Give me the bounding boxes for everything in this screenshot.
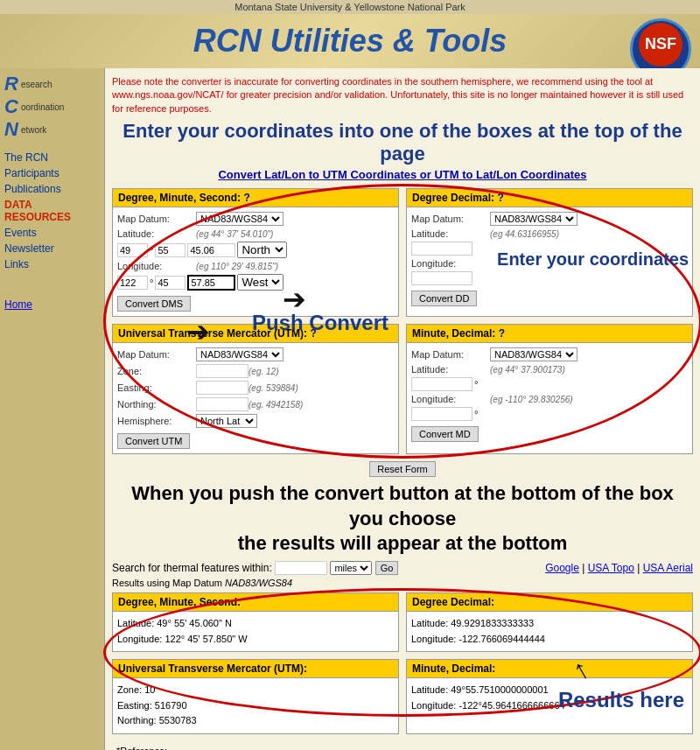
dms-lon-hint-row: Longitude: (eg 110° 29' 49.815") (117, 261, 394, 271)
dms-datum-row: Map Datum: NAD83/WGS84 (117, 212, 394, 226)
utm-hemisphere-select[interactable]: North LatSouth Lat (196, 414, 257, 428)
utm-easting-row: Easting: (eg. 539884) (117, 381, 394, 395)
dms-lon-deg-input[interactable] (117, 276, 148, 290)
dd-datum-select[interactable]: NAD83/WGS84 (490, 212, 578, 226)
dms-lat-label: Latitude: (117, 228, 196, 239)
dms-lon-label: Longitude: (117, 261, 196, 271)
utm-help-icon[interactable]: ? (310, 327, 316, 340)
dd-lat-hint-row: Latitude: (eg 44.63166955) (411, 228, 688, 239)
sidebar-item-data-resources[interactable]: DATARESOURCES (4, 197, 100, 225)
utm-northing-row: Northing: (eg. 4942158) (117, 397, 394, 411)
usa-aerial-link[interactable]: USA Aerial (643, 562, 693, 574)
dms-datum-label: Map Datum: (117, 214, 196, 224)
google-map-link[interactable]: Google (545, 562, 579, 574)
result-utm-northing: Northing: 5530783 (117, 713, 394, 729)
sidebar-item-publications[interactable]: Publications (4, 181, 100, 197)
dd-lat-label: Latitude: (411, 228, 490, 239)
annotation-enter-top: Enter your coordinates into one of the b… (112, 120, 693, 165)
results-datum-value: NAD83/WGS84 (225, 578, 292, 588)
dd-body: Map Datum: NAD83/WGS84 Latitude: (eg 44.… (407, 207, 692, 311)
utm-zone-hint: (eg. 12) (248, 367, 278, 376)
montana-text: Montana State University & Yellowstone N… (234, 2, 466, 12)
convert-md-button[interactable]: Convert MD (411, 426, 479, 442)
utm-datum-label: Map Datum: (117, 349, 196, 360)
sidebar-item-home[interactable]: Home (4, 298, 32, 311)
thermal-search-input[interactable] (275, 561, 327, 575)
dms-lon-dir-select[interactable]: WestEast (237, 274, 284, 291)
dms-lat-hint-row: Latitude: (eg 44° 37' 54.010") (117, 228, 394, 239)
usa-topo-link[interactable]: USA Topo (588, 562, 634, 574)
utm-easting-label: Easting: (117, 382, 196, 393)
rcn-network: etwork (21, 125, 46, 135)
sidebar-item-events[interactable]: Events (4, 225, 100, 241)
dd-datum-label: Map Datum: (411, 214, 490, 224)
utm-hemisphere-label: Hemisphere: (117, 416, 196, 426)
sidebar-item-links[interactable]: Links (4, 256, 100, 272)
reset-button[interactable]: Reset Form (369, 461, 435, 477)
dd-lon-label: Longitude: (411, 258, 490, 269)
md-box: Minute, Decimal: ? Map Datum: NAD83/WGS8… (406, 324, 693, 454)
md-lat-input[interactable] (411, 377, 472, 391)
dd-datum-row: Map Datum: NAD83/WGS84 (411, 212, 688, 226)
thermal-search-section: Search for thermal features within: mile… (112, 561, 398, 575)
convert-dms-button[interactable]: Convert DMS (117, 296, 191, 312)
md-header-text: Minute, Decimal: (412, 327, 495, 340)
result-dd-body: Latitude: 49.9291833333333 Longitude: -1… (407, 612, 692, 651)
utm-datum-select[interactable]: NAD83/WGS84 (196, 347, 284, 361)
map-links-section: Google | USA Topo | USA Aerial (545, 562, 693, 574)
md-lon-input[interactable] (411, 407, 472, 421)
dms-header-text: Degree, Minute, Second: (118, 192, 241, 204)
utm-header: Universal Transverse Mercator (UTM): ? (113, 325, 398, 343)
result-dms-header-text: Degree, Minute, Second: (118, 596, 241, 608)
dms-help-icon[interactable]: ? (243, 192, 249, 204)
thermal-go-button[interactable]: Go (375, 561, 399, 575)
utm-northing-input[interactable] (196, 397, 248, 411)
result-md-box: Minute, Decimal: Latitude: 49°55.7510000… (406, 659, 693, 734)
dms-lat-deg-input[interactable] (117, 243, 148, 257)
result-utm-box: Universal Transverse Mercator (UTM): Zon… (112, 659, 399, 734)
reference-section: *Reference: Dutch, S. "Converting UTM to… (112, 741, 693, 750)
dms-lon-min-input[interactable] (155, 276, 186, 290)
dd-lat-input[interactable] (411, 242, 472, 256)
result-dd-header-text: Degree Decimal: (412, 596, 494, 608)
utm-zone-input[interactable] (196, 364, 248, 378)
sidebar-item-newsletter[interactable]: Newsletter (4, 241, 100, 256)
md-lat-hint: (eg 44° 37.900173) (490, 365, 565, 375)
convert-dd-button[interactable]: Convert DD (411, 291, 477, 306)
dd-box: Degree Decimal: ? Map Datum: NAD83/WGS84… (406, 188, 693, 317)
sidebar: R esearch C oordination N etwork The RCN… (0, 68, 105, 750)
dd-header-text: Degree Decimal: (412, 192, 494, 204)
result-md-header-text: Minute, Decimal: (412, 662, 495, 675)
converter-section: Enter your coordinates ➔ Push Convert ➔ … (112, 188, 693, 454)
md-help-icon[interactable]: ? (499, 327, 505, 340)
convert-utm-button[interactable]: Convert UTM (117, 433, 190, 449)
utm-northing-label: Northing: (117, 399, 196, 410)
annotation-when: When you push the convert button at the … (112, 481, 693, 557)
utm-box: Universal Transverse Mercator (UTM): ? M… (112, 324, 399, 454)
dd-lon-hint-row: Longitude: (411, 258, 688, 269)
dms-lat-min-input[interactable] (155, 243, 186, 257)
montana-header: Montana State University & Yellowstone N… (0, 0, 700, 14)
dd-help-icon[interactable]: ? (497, 192, 503, 204)
dms-lat-sec-input[interactable] (187, 243, 235, 257)
dms-lon-inputs: ° WestEast (117, 274, 394, 291)
utm-easting-input[interactable] (196, 381, 248, 395)
sidebar-item-participants[interactable]: Participants (4, 165, 100, 181)
dms-datum-select[interactable]: NAD83/WGS84 (196, 212, 284, 226)
utm-northing-hint: (eg. 4942158) (248, 400, 303, 410)
md-lon-hint: (eg -110° 29.830256) (490, 395, 573, 404)
page-title: RCN Utilities & Tools (9, 23, 691, 60)
dms-box: Degree, Minute, Second: ? Map Datum: NAD… (112, 188, 399, 317)
dms-lat-dir-select[interactable]: NorthSouth (237, 242, 287, 258)
dms-lon-sec-input[interactable] (187, 275, 235, 291)
title-bar: RCN Utilities & Tools NSF An NSF Program (0, 14, 700, 68)
md-lat-hint-row: Latitude: (eg 44° 37.900173) (411, 364, 688, 375)
md-datum-select[interactable]: NAD83/WGS84 (490, 347, 578, 361)
dd-lon-input[interactable] (411, 271, 472, 285)
rcn-r: R (4, 73, 18, 95)
dd-lat-hint: (eg 44.63166955) (490, 229, 559, 239)
md-datum-label: Map Datum: (411, 349, 490, 360)
thermal-unit-select[interactable]: mileskm (330, 561, 372, 575)
results-datum-label: Results using Map Datum (112, 578, 222, 588)
sidebar-item-rcn[interactable]: The RCN (4, 150, 100, 165)
